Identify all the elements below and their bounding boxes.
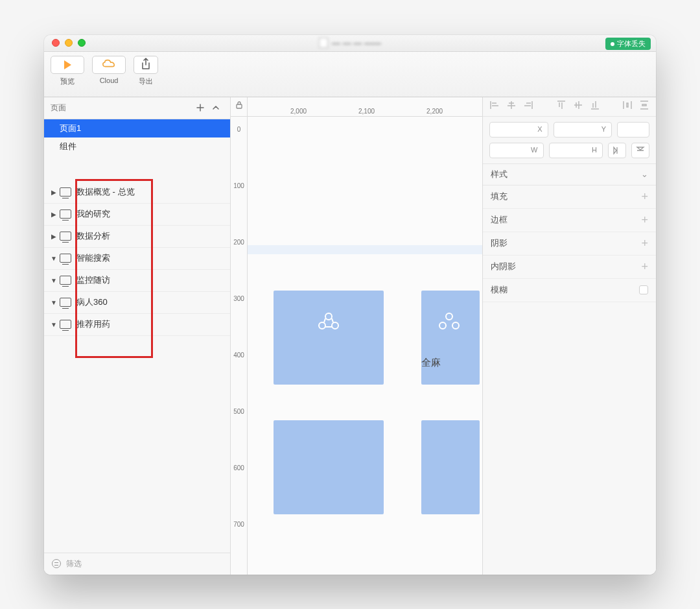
artboard-icon <box>60 298 71 307</box>
add-fill-button[interactable]: + <box>641 190 648 204</box>
align-right-icon[interactable] <box>523 100 533 113</box>
people-icon <box>314 291 343 340</box>
ruler-tick: 2,200 <box>426 108 443 115</box>
page-item-components[interactable]: 组件 <box>44 137 230 156</box>
layer-label: 推荐用药 <box>76 318 110 330</box>
layer-row[interactable]: ▼ 推荐用药 <box>44 314 230 336</box>
h-input[interactable]: H <box>549 143 603 158</box>
close-window-button[interactable] <box>52 39 60 47</box>
ruler-vertical[interactable]: 0 100 200 300 400 500 600 700 <box>231 117 248 575</box>
preview-button[interactable] <box>51 56 84 74</box>
ruler-corner-lock[interactable] <box>231 97 248 117</box>
flip-horizontal-button[interactable] <box>608 143 626 158</box>
ruler-tick: 100 <box>233 182 244 189</box>
align-top-icon[interactable] <box>556 100 566 113</box>
layer-row[interactable]: ▶ 我的研究 <box>44 204 230 226</box>
artboard-strip <box>248 245 482 254</box>
distribute-v-icon[interactable] <box>639 100 649 113</box>
layer-label: 病人360 <box>76 296 108 308</box>
add-page-button[interactable] <box>192 100 208 115</box>
align-center-h-icon[interactable] <box>506 100 517 113</box>
canvas-tile[interactable] <box>421 420 480 514</box>
inner-shadow-row[interactable]: 内阴影 + <box>483 256 656 279</box>
lock-icon <box>235 101 243 112</box>
preview-tool: 预览 <box>51 56 84 86</box>
blur-checkbox[interactable] <box>639 285 648 294</box>
ruler-horizontal[interactable]: 2,000 2,100 2,200 <box>248 97 482 117</box>
artboard-icon <box>60 276 71 285</box>
svg-point-4 <box>446 313 452 320</box>
svg-point-3 <box>332 322 338 329</box>
layer-row[interactable]: ▼ 智能搜索 <box>44 248 230 270</box>
disclosure-triangle-icon[interactable]: ▶ <box>49 211 58 218</box>
ruler-tick: 2,100 <box>358 108 375 115</box>
pages-header-label: 页面 <box>51 102 66 113</box>
svg-point-5 <box>439 322 446 329</box>
h-label: H <box>592 146 597 154</box>
align-bottom-icon[interactable] <box>590 100 600 113</box>
shadow-label: 阴影 <box>491 237 508 249</box>
document-title: — — — —— <box>319 38 381 48</box>
canvas[interactable]: 全麻 <box>248 117 482 575</box>
share-icon <box>141 58 151 72</box>
x-input[interactable]: X <box>489 122 548 137</box>
people-icon <box>435 291 463 340</box>
layer-row[interactable]: ▶ 数据概览 - 总览 <box>44 182 230 204</box>
add-border-button[interactable]: + <box>641 213 648 227</box>
fill-row[interactable]: 填充 + <box>483 185 656 209</box>
filter-bar[interactable]: 筛选 <box>44 553 230 575</box>
style-section-header[interactable]: 样式 ⌄ <box>483 163 656 185</box>
layer-row[interactable]: ▶ 数据分析 <box>44 226 230 248</box>
title-bar: — — — —— 字体丢失 <box>44 35 656 52</box>
layer-row[interactable]: ▼ 监控随访 <box>44 270 230 292</box>
disclosure-triangle-icon[interactable]: ▼ <box>49 299 58 306</box>
zoom-window-button[interactable] <box>78 39 86 47</box>
disclosure-triangle-icon[interactable]: ▼ <box>49 255 58 262</box>
disclosure-triangle-icon[interactable]: ▶ <box>49 189 58 196</box>
distribute-h-icon[interactable] <box>622 100 633 113</box>
window-controls <box>52 39 86 47</box>
border-row[interactable]: 边框 + <box>483 209 656 232</box>
disclosure-triangle-icon[interactable]: ▼ <box>49 277 58 284</box>
font-missing-badge[interactable]: 字体丢失 <box>605 38 651 50</box>
w-input[interactable]: W <box>489 143 544 158</box>
artboard-icon <box>60 209 71 219</box>
artboard-icon <box>60 254 71 263</box>
disclosure-triangle-icon[interactable]: ▼ <box>49 321 58 328</box>
canvas-tile[interactable] <box>274 420 384 514</box>
minimize-window-button[interactable] <box>65 39 73 47</box>
artboard-icon <box>60 187 71 197</box>
document-icon <box>319 38 328 48</box>
ruler-tick: 200 <box>233 239 244 246</box>
canvas-tile[interactable] <box>421 291 480 385</box>
canvas-tile[interactable] <box>274 291 384 385</box>
disclosure-triangle-icon[interactable]: ▶ <box>49 233 58 240</box>
angle-input[interactable] <box>617 122 649 137</box>
page-item-page1[interactable]: 页面1 <box>44 119 230 137</box>
cloud-tool: Cloud <box>92 56 126 84</box>
fill-label: 填充 <box>491 191 508 202</box>
add-inner-shadow-button[interactable]: + <box>641 260 648 274</box>
filter-label: 筛选 <box>66 558 82 569</box>
w-label: W <box>531 146 537 154</box>
ruler-tick: 600 <box>233 464 244 472</box>
toolbar: 预览 Cloud 导出 <box>44 52 656 97</box>
artboard-icon <box>60 320 71 329</box>
add-shadow-button[interactable]: + <box>641 237 648 250</box>
flip-vertical-button[interactable] <box>631 143 649 158</box>
align-center-v-icon[interactable] <box>573 100 583 113</box>
y-input[interactable]: Y <box>554 122 612 137</box>
collapse-pages-button[interactable] <box>208 100 224 115</box>
layer-row[interactable]: ▼ 病人360 <box>44 292 230 314</box>
pages-list: 页面1 组件 <box>44 119 230 156</box>
export-button[interactable] <box>134 56 158 74</box>
blur-row[interactable]: 模糊 <box>483 279 656 302</box>
layers-list: ▶ 数据概览 - 总览 ▶ 我的研究 ▶ 数据分析 ▼ 智能搜索 <box>44 179 230 336</box>
svg-point-1 <box>325 313 332 320</box>
ruler-tick: 500 <box>233 408 244 415</box>
align-left-icon[interactable] <box>489 100 500 113</box>
app-window: — — — —— 字体丢失 预览 Cloud <box>44 35 656 575</box>
cloud-button[interactable] <box>92 56 126 74</box>
shadow-row[interactable]: 阴影 + <box>483 232 656 256</box>
svg-rect-0 <box>237 104 242 108</box>
